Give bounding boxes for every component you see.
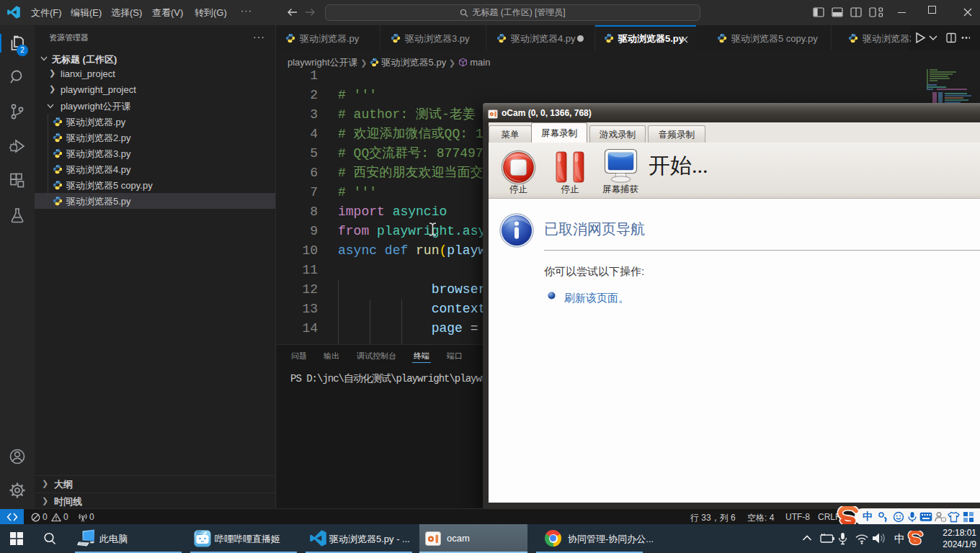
svg-text:LIVE: LIVE (195, 531, 202, 535)
